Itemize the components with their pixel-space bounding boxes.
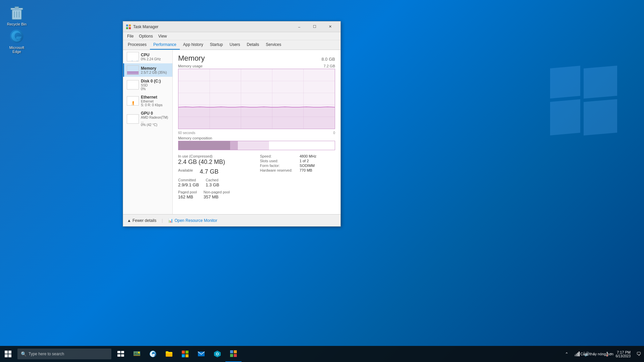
cached-label: Cached — [206, 178, 219, 182]
svg-rect-9 — [126, 27, 128, 29]
tab-processes[interactable]: Processes — [124, 40, 150, 50]
svg-rect-23 — [121, 351, 124, 353]
svg-point-28 — [138, 352, 140, 354]
microsoft-edge-icon[interactable]: Microsoft Edge — [3, 27, 30, 55]
svg-rect-45 — [579, 352, 580, 356]
slots-row: Slots used: 1 of 2 — [260, 159, 335, 163]
disk-graph-thumbnail — [127, 80, 139, 89]
close-button[interactable]: ✕ — [322, 21, 338, 32]
taskbar-wallpaper-app[interactable] — [129, 346, 145, 362]
edge-image — [9, 28, 25, 44]
gpu-model: AMD Radeon(TM) ... — [141, 116, 170, 123]
task-manager-window: Task Manager – ☐ ✕ File Options View Pro… — [123, 21, 341, 227]
svg-rect-34 — [185, 354, 189, 357]
taskbar-mail[interactable] — [193, 346, 209, 362]
paged-pool-label: Paged pool — [178, 190, 197, 194]
resource-monitor-icon: 📊 — [168, 218, 173, 223]
sidebar-item-disk[interactable]: Disk 0 (C:) SSD 0% — [123, 77, 172, 93]
taskbar-search[interactable]: 🔍 Type here to search — [17, 349, 111, 359]
svg-rect-11 — [127, 72, 139, 75]
svg-rect-33 — [182, 354, 185, 357]
chart-label-text: Memory usage — [178, 64, 203, 68]
cpu-graph-thumbnail — [127, 52, 139, 61]
ethernet-graph-thumbnail — [127, 96, 139, 106]
gpu-graph-thumbnail — [127, 114, 139, 124]
gpu-name: GPU 0 — [141, 111, 170, 116]
svg-point-37 — [217, 353, 218, 355]
svg-rect-31 — [182, 351, 185, 354]
comp-label: Memory composition — [178, 136, 335, 140]
fewer-details-link[interactable]: ▲ Fewer details — [127, 218, 156, 223]
svg-rect-42 — [575, 355, 576, 356]
title-bar: Task Manager – ☐ ✕ — [123, 21, 340, 32]
slots-label: Slots used: — [260, 159, 297, 163]
system-clock[interactable]: 7:17 PM 6/13/2023 — [613, 350, 634, 358]
recycle-bin-icon[interactable]: Recycle Bin — [3, 3, 30, 27]
disk-usage: 0% — [141, 87, 170, 91]
memory-name: Memory — [141, 66, 170, 71]
svg-rect-43 — [576, 354, 577, 356]
desktop: Recycle Bin Microsoft Edge — [0, 0, 644, 362]
tab-users[interactable]: Users — [226, 40, 243, 50]
chart-label-row: Memory usage 7.2 GB — [178, 64, 335, 68]
stats-right-col: Speed: 4800 MHz Slots used: 1 of 2 Form … — [260, 154, 335, 199]
gpu-info: GPU 0 AMD Radeon(TM) ... 0% (42 °C) — [141, 111, 170, 127]
memory-composition: Memory composition — [178, 136, 335, 150]
svg-rect-24 — [117, 354, 120, 357]
cached-value: 1.3 GB — [206, 182, 219, 187]
non-paged-pool-value: 357 MB — [204, 194, 230, 199]
search-icon: 🔍 — [21, 351, 26, 357]
chart-time-left: 60 seconds — [178, 131, 195, 135]
taskbar-task-view[interactable] — [113, 346, 129, 362]
memory-total: 8.0 GB — [322, 57, 335, 62]
maximize-button[interactable]: ☐ — [307, 21, 322, 32]
taskbar-file-explorer[interactable] — [161, 346, 177, 362]
slots-value: 1 of 2 — [300, 159, 309, 163]
taskbar-photo-app[interactable] — [209, 346, 225, 362]
tab-app-history[interactable]: App history — [180, 40, 207, 50]
taskbar-apps — [113, 346, 561, 362]
sidebar-item-ethernet[interactable]: Ethernet Ethernet S: 0 R: 0 Kbps — [123, 93, 172, 109]
sidebar-item-cpu[interactable]: CPU 0% 2.24 GHz — [123, 50, 172, 63]
in-use-value: 2.4 GB (40.2 MB) — [178, 159, 253, 166]
memory-graph-thumbnail — [127, 65, 139, 75]
in-use-label: In use (Compressed) — [178, 154, 253, 158]
performance-main-panel: Memory 8.0 GB Memory usage 7.2 GB — [173, 50, 340, 214]
cpu-usage: 0% 2.24 GHz — [141, 57, 170, 61]
memory-title: Memory — [178, 54, 205, 63]
tab-details[interactable]: Details — [244, 40, 263, 50]
menu-file[interactable]: File — [124, 33, 136, 39]
tab-startup[interactable]: Startup — [207, 40, 226, 50]
taskbar-edge[interactable] — [145, 346, 161, 362]
tab-services[interactable]: Services — [263, 40, 285, 50]
start-button[interactable] — [0, 346, 16, 362]
system-tray: ⌃ 🔊 Cảm thấy nóng hơn 🌡️ — [561, 349, 613, 359]
ethernet-adapter: Ethernet — [141, 100, 170, 103]
non-paged-pool-label: Non-paged pool — [204, 190, 230, 194]
menu-options[interactable]: Options — [136, 33, 155, 39]
available-value: 4.7 GB — [200, 168, 218, 175]
form-factor-label: Form factor: — [260, 164, 297, 168]
chevron-up-icon: ▲ — [127, 218, 131, 223]
window-title: Task Manager — [133, 24, 291, 29]
sidebar-item-gpu[interactable]: GPU 0 AMD Radeon(TM) ... 0% (42 °C) — [123, 109, 172, 129]
notification-center[interactable]: 🗨 — [633, 349, 644, 359]
svg-rect-22 — [117, 351, 120, 353]
tab-performance[interactable]: Performance — [150, 40, 180, 50]
recycle-bin-label: Recycle Bin — [7, 22, 26, 26]
taskbar-task-manager-app[interactable] — [225, 346, 241, 362]
minimize-button[interactable]: – — [291, 21, 307, 32]
sidebar-item-memory[interactable]: Memory 2.5/7.2 GB (35%) — [123, 63, 172, 77]
memory-info: Memory 2.5/7.2 GB (35%) — [141, 66, 170, 74]
menu-view[interactable]: View — [156, 33, 170, 39]
memory-usage: 2.5/7.2 GB (35%) — [141, 71, 170, 74]
taskbar-store[interactable] — [177, 346, 193, 362]
tray-chevron[interactable]: ⌃ — [562, 349, 572, 359]
disk-type: SSD — [141, 83, 170, 87]
menu-bar: File Options View — [123, 32, 340, 40]
gpu-usage: 0% (42 °C) — [141, 123, 170, 127]
open-resource-monitor-link[interactable]: 📊 Open Resource Monitor — [168, 218, 217, 223]
svg-rect-38 — [230, 350, 233, 353]
window-controls: – ☐ ✕ — [291, 21, 338, 32]
svg-rect-44 — [577, 353, 578, 356]
